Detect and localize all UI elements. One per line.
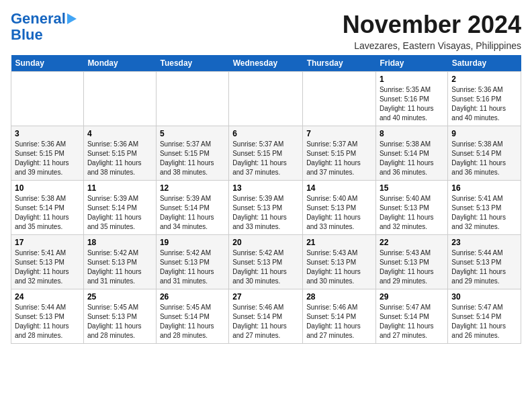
calendar-cell: 3Sunrise: 5:36 AM Sunset: 5:15 PM Daylig… xyxy=(11,126,84,181)
calendar-cell: 12Sunrise: 5:39 AM Sunset: 5:14 PM Dayli… xyxy=(156,181,228,235)
day-info: Sunrise: 5:42 AM Sunset: 5:13 PM Dayligh… xyxy=(87,248,152,286)
day-number: 14 xyxy=(306,183,372,193)
calendar-cell: 5Sunrise: 5:37 AM Sunset: 5:15 PM Daylig… xyxy=(156,126,228,181)
day-info: Sunrise: 5:46 AM Sunset: 5:14 PM Dayligh… xyxy=(232,303,299,340)
week-row-1: 1Sunrise: 5:35 AM Sunset: 5:16 PM Daylig… xyxy=(11,72,521,126)
header-wednesday: Wednesday xyxy=(229,55,303,72)
calendar-cell: 26Sunrise: 5:45 AM Sunset: 5:14 PM Dayli… xyxy=(156,289,228,344)
day-number: 24 xyxy=(15,292,80,302)
calendar-cell xyxy=(156,72,228,126)
day-number: 8 xyxy=(380,129,444,138)
calendar-cell: 24Sunrise: 5:44 AM Sunset: 5:13 PM Dayli… xyxy=(11,289,84,344)
calendar-cell: 19Sunrise: 5:42 AM Sunset: 5:13 PM Dayli… xyxy=(156,235,228,289)
day-number: 11 xyxy=(87,183,152,193)
calendar-cell: 20Sunrise: 5:42 AM Sunset: 5:13 PM Dayli… xyxy=(229,235,303,289)
day-info: Sunrise: 5:47 AM Sunset: 5:14 PM Dayligh… xyxy=(380,303,444,340)
day-info: Sunrise: 5:38 AM Sunset: 5:14 PM Dayligh… xyxy=(451,140,517,177)
day-info: Sunrise: 5:37 AM Sunset: 5:15 PM Dayligh… xyxy=(232,140,299,177)
header-tuesday: Tuesday xyxy=(156,55,228,72)
day-info: Sunrise: 5:44 AM Sunset: 5:13 PM Dayligh… xyxy=(15,303,80,340)
calendar-cell: 8Sunrise: 5:38 AM Sunset: 5:14 PM Daylig… xyxy=(375,126,447,181)
day-number: 6 xyxy=(232,129,299,138)
day-number: 30 xyxy=(451,292,517,302)
day-number: 29 xyxy=(380,292,444,302)
week-row-3: 10Sunrise: 5:38 AM Sunset: 5:14 PM Dayli… xyxy=(11,181,521,235)
day-info: Sunrise: 5:46 AM Sunset: 5:14 PM Dayligh… xyxy=(306,303,372,340)
day-number: 3 xyxy=(15,129,80,138)
day-number: 2 xyxy=(451,75,517,84)
day-number: 12 xyxy=(160,183,225,193)
month-title: November 2024 xyxy=(343,11,521,39)
logo-arrow-icon xyxy=(67,13,77,24)
week-row-4: 17Sunrise: 5:41 AM Sunset: 5:13 PM Dayli… xyxy=(11,235,521,289)
calendar-cell: 7Sunrise: 5:37 AM Sunset: 5:15 PM Daylig… xyxy=(303,126,376,181)
day-info: Sunrise: 5:37 AM Sunset: 5:15 PM Dayligh… xyxy=(306,140,372,177)
calendar-cell: 6Sunrise: 5:37 AM Sunset: 5:15 PM Daylig… xyxy=(229,126,303,181)
day-number: 16 xyxy=(451,183,517,193)
day-number: 20 xyxy=(232,238,299,247)
day-number: 28 xyxy=(306,292,372,302)
day-info: Sunrise: 5:45 AM Sunset: 5:14 PM Dayligh… xyxy=(160,303,225,340)
header-friday: Friday xyxy=(375,55,447,72)
day-info: Sunrise: 5:42 AM Sunset: 5:13 PM Dayligh… xyxy=(232,248,299,286)
day-number: 22 xyxy=(380,238,444,247)
day-number: 26 xyxy=(160,292,225,302)
week-row-2: 3Sunrise: 5:36 AM Sunset: 5:15 PM Daylig… xyxy=(11,126,521,181)
day-info: Sunrise: 5:40 AM Sunset: 5:13 PM Dayligh… xyxy=(380,194,444,232)
day-info: Sunrise: 5:47 AM Sunset: 5:14 PM Dayligh… xyxy=(451,303,517,340)
calendar-cell: 10Sunrise: 5:38 AM Sunset: 5:14 PM Dayli… xyxy=(11,181,84,235)
day-info: Sunrise: 5:36 AM Sunset: 5:16 PM Dayligh… xyxy=(451,85,517,123)
day-info: Sunrise: 5:39 AM Sunset: 5:13 PM Dayligh… xyxy=(232,194,299,232)
calendar-cell: 18Sunrise: 5:42 AM Sunset: 5:13 PM Dayli… xyxy=(83,235,156,289)
day-info: Sunrise: 5:35 AM Sunset: 5:16 PM Dayligh… xyxy=(380,85,444,123)
header-sunday: Sunday xyxy=(11,55,84,72)
day-number: 18 xyxy=(87,238,152,247)
day-number: 17 xyxy=(15,238,80,247)
day-info: Sunrise: 5:44 AM Sunset: 5:13 PM Dayligh… xyxy=(451,248,517,286)
calendar-cell xyxy=(83,72,156,126)
calendar-cell: 30Sunrise: 5:47 AM Sunset: 5:14 PM Dayli… xyxy=(448,289,521,344)
calendar-cell: 29Sunrise: 5:47 AM Sunset: 5:14 PM Dayli… xyxy=(375,289,447,344)
calendar-table: SundayMondayTuesdayWednesdayThursdayFrid… xyxy=(11,55,521,344)
location: Lavezares, Eastern Visayas, Philippines xyxy=(343,40,521,51)
day-info: Sunrise: 5:37 AM Sunset: 5:15 PM Dayligh… xyxy=(160,140,225,177)
logo: General Blue xyxy=(11,11,77,43)
day-number: 27 xyxy=(232,292,299,302)
day-number: 25 xyxy=(87,292,152,302)
day-info: Sunrise: 5:38 AM Sunset: 5:14 PM Dayligh… xyxy=(380,140,444,177)
day-info: Sunrise: 5:36 AM Sunset: 5:15 PM Dayligh… xyxy=(15,140,80,177)
day-info: Sunrise: 5:40 AM Sunset: 5:13 PM Dayligh… xyxy=(306,194,372,232)
day-info: Sunrise: 5:41 AM Sunset: 5:13 PM Dayligh… xyxy=(451,194,517,232)
header-monday: Monday xyxy=(83,55,156,72)
logo-blue-text: Blue xyxy=(11,27,43,43)
title-section: November 2024 Lavezares, Eastern Visayas… xyxy=(343,11,521,51)
day-info: Sunrise: 5:43 AM Sunset: 5:13 PM Dayligh… xyxy=(306,248,372,286)
week-row-5: 24Sunrise: 5:44 AM Sunset: 5:13 PM Dayli… xyxy=(11,289,521,344)
calendar-cell xyxy=(11,72,84,126)
calendar-cell: 28Sunrise: 5:46 AM Sunset: 5:14 PM Dayli… xyxy=(303,289,376,344)
day-number: 4 xyxy=(87,129,152,138)
day-number: 1 xyxy=(380,75,444,84)
day-number: 21 xyxy=(306,238,372,247)
day-info: Sunrise: 5:41 AM Sunset: 5:13 PM Dayligh… xyxy=(15,248,80,286)
day-number: 7 xyxy=(306,129,372,138)
header-thursday: Thursday xyxy=(303,55,376,72)
day-number: 9 xyxy=(451,129,517,138)
logo-text: General xyxy=(11,11,66,27)
calendar-cell: 1Sunrise: 5:35 AM Sunset: 5:16 PM Daylig… xyxy=(375,72,447,126)
calendar-cell: 16Sunrise: 5:41 AM Sunset: 5:13 PM Dayli… xyxy=(448,181,521,235)
calendar-cell: 22Sunrise: 5:43 AM Sunset: 5:13 PM Dayli… xyxy=(375,235,447,289)
calendar-cell: 9Sunrise: 5:38 AM Sunset: 5:14 PM Daylig… xyxy=(448,126,521,181)
day-number: 23 xyxy=(451,238,517,247)
calendar-cell: 21Sunrise: 5:43 AM Sunset: 5:13 PM Dayli… xyxy=(303,235,376,289)
calendar-cell: 2Sunrise: 5:36 AM Sunset: 5:16 PM Daylig… xyxy=(448,72,521,126)
day-info: Sunrise: 5:36 AM Sunset: 5:15 PM Dayligh… xyxy=(87,140,152,177)
day-number: 5 xyxy=(160,129,225,138)
calendar-cell: 11Sunrise: 5:39 AM Sunset: 5:14 PM Dayli… xyxy=(83,181,156,235)
calendar-cell xyxy=(303,72,376,126)
day-number: 19 xyxy=(160,238,225,247)
page-header: General Blue November 2024 Lavezares, Ea… xyxy=(11,11,521,51)
day-info: Sunrise: 5:39 AM Sunset: 5:14 PM Dayligh… xyxy=(160,194,225,232)
calendar-cell: 14Sunrise: 5:40 AM Sunset: 5:13 PM Dayli… xyxy=(303,181,376,235)
calendar-cell: 13Sunrise: 5:39 AM Sunset: 5:13 PM Dayli… xyxy=(229,181,303,235)
